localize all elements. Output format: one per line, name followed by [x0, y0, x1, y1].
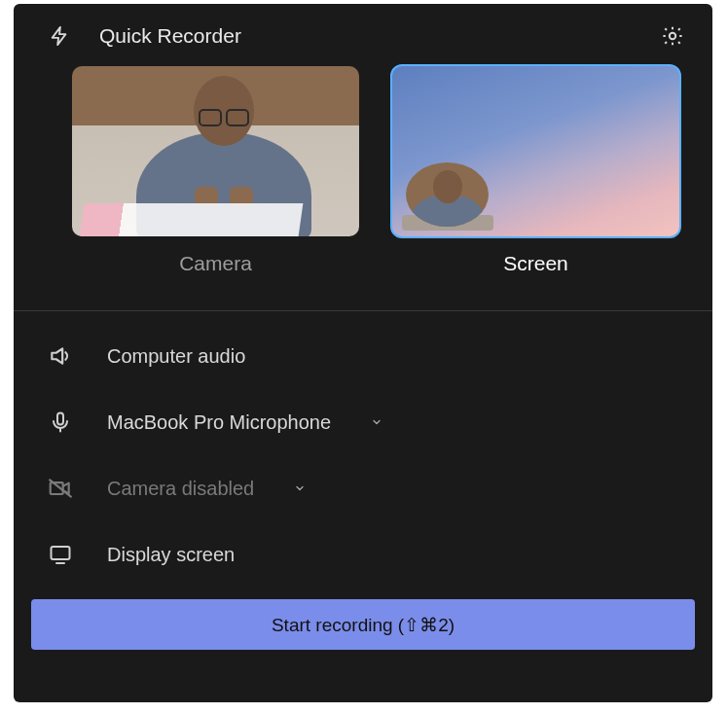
bolt-icon [47, 23, 72, 49]
mode-camera-label: Camera [179, 252, 252, 285]
start-button-label: Start recording (⇧⌘2) [272, 614, 455, 636]
app-title: Quick Recorder [99, 24, 633, 48]
microphone-icon [47, 409, 74, 436]
svg-rect-2 [52, 547, 70, 559]
settings-button[interactable] [660, 23, 685, 49]
option-camera[interactable]: Camera disabled [47, 455, 703, 521]
svg-point-0 [670, 33, 675, 39]
screen-thumbnail [392, 66, 679, 236]
divider [14, 310, 712, 311]
gear-icon [661, 24, 684, 48]
svg-rect-1 [57, 413, 63, 425]
camera-thumbnail [72, 66, 359, 236]
header: Quick Recorder [14, 4, 712, 66]
picture-in-picture-preview [406, 162, 489, 227]
option-microphone[interactable]: MacBook Pro Microphone [47, 389, 703, 455]
option-label: Computer audio [107, 345, 245, 368]
camera-off-icon [47, 475, 74, 502]
mode-selector: Camera Screen [14, 66, 712, 285]
option-label: Camera disabled [107, 478, 254, 500]
speaker-icon [47, 342, 74, 370]
start-recording-button[interactable]: Start recording (⇧⌘2) [31, 599, 695, 650]
options-list: Computer audio MacBook Pro Microphone [14, 317, 712, 588]
chevron-down-icon [293, 481, 307, 495]
monitor-icon [47, 541, 74, 568]
chevron-down-icon [370, 415, 383, 429]
mode-screen-label: Screen [503, 252, 568, 285]
option-computer-audio[interactable]: Computer audio [47, 323, 703, 389]
option-display[interactable]: Display screen [47, 521, 703, 588]
option-label: Display screen [107, 544, 235, 566]
mode-screen[interactable]: Screen [392, 66, 679, 285]
mode-camera[interactable]: Camera [72, 66, 359, 285]
option-label: MacBook Pro Microphone [107, 411, 331, 434]
quick-recorder-panel: Quick Recorder [14, 4, 712, 702]
